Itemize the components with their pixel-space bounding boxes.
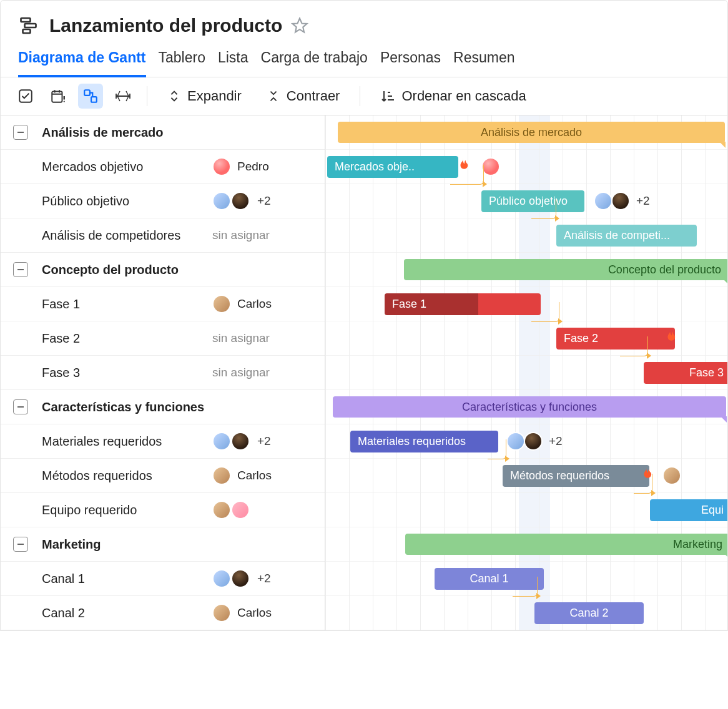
assignee-unassigned[interactable]: sin asignar [212,366,325,379]
assignee[interactable]: Carlos [212,604,325,622]
group-row[interactable]: Marketing [1,527,325,562]
task-name: Canal 1 [38,572,212,586]
avatar [212,432,231,451]
dependency-link [488,439,506,459]
task-row[interactable]: Fase 3 sin asignar [1,356,325,390]
collapse-toggle[interactable] [13,399,28,414]
tab-board[interactable]: Tablero [159,43,205,77]
task-bar[interactable]: Fase 2 [556,328,675,350]
avatar [231,432,250,451]
group-bar[interactable]: Concepto del producto [404,259,727,280]
expand-label: Expandir [187,88,242,104]
assignee[interactable] [212,501,325,519]
task-row[interactable]: Métodos requeridos Carlos [1,459,325,493]
task-name: Público objetivo [38,194,212,208]
collapse-button[interactable]: Contraer [258,84,349,108]
flame-icon [661,329,679,346]
expand-button[interactable]: Expandir [159,84,250,108]
task-name: Canal 2 [38,606,212,620]
task-row[interactable]: Fase 2 sin asignar [1,321,325,356]
tab-people[interactable]: Personas [380,43,441,77]
task-bar-label: Canal 2 [569,607,608,620]
collapse-toggle[interactable] [13,537,28,552]
task-name: Fase 3 [38,366,212,380]
avatar-overflow: +2 [636,194,650,208]
dependency-link [620,336,648,356]
task-bar[interactable]: Materiales requeridos [350,431,498,452]
dependency-link [450,165,484,185]
group-bar-label: Concepto del producto [608,263,721,276]
task-bar[interactable]: Fase 3 [644,362,727,384]
task-bar-label: Mercados obje.. [335,160,415,174]
avatar [212,501,231,519]
avatar [611,192,630,210]
checkbox-tool-icon[interactable] [13,84,38,109]
svg-rect-11 [17,406,24,408]
assignee-unassigned[interactable]: sin asignar [212,228,325,242]
group-bar-label: Características y funciones [462,401,597,414]
task-row[interactable]: Canal 1 +2 [1,562,325,596]
calendar-alert-icon[interactable] [46,84,71,109]
group-row[interactable]: Análisis de mercado [1,115,325,150]
svg-point-6 [64,101,65,102]
assignee[interactable]: +2 [212,192,325,210]
tab-list[interactable]: Lista [218,43,248,77]
task-row[interactable]: Público objetivo +2 [1,184,325,218]
task-bar-label: Fase 1 [392,298,426,311]
avatar [524,432,543,451]
task-name: Fase 2 [38,331,212,346]
avatar-overflow: +2 [549,434,563,448]
task-row[interactable]: Análisis de competidores sin asignar [1,218,325,253]
avatar [594,192,612,210]
cascade-label: Ordenar en cascada [401,88,526,104]
group-row[interactable]: Concepto del producto [1,253,325,287]
assignee-name: Carlos [237,297,272,311]
group-bar[interactable]: Marketing [405,534,727,555]
assignee[interactable]: Carlos [212,466,325,485]
star-icon[interactable] [291,17,308,34]
task-row[interactable]: Canal 2 Carlos [1,596,325,630]
group-bar[interactable]: Análisis de mercado [338,122,725,143]
assignee-unassigned[interactable]: sin asignar [212,331,325,345]
task-name: Mercados objetivo [38,160,212,174]
dependency-tool-icon[interactable] [78,84,103,109]
avatar [231,192,250,210]
task-bar[interactable]: Análisis de competi... [556,225,697,247]
task-name: Fase 1 [38,297,212,311]
assignee[interactable]: +2 [212,432,325,451]
task-bar-label: Público objetivo [489,195,568,208]
tab-summary[interactable]: Resumen [453,43,514,77]
collapse-toggle[interactable] [13,125,28,140]
task-row[interactable]: Equipo requerido [1,493,325,527]
collapse-toggle[interactable] [13,262,28,277]
bar-assignees [662,466,681,485]
task-bar[interactable]: Fase 1 [385,293,541,315]
group-bar[interactable]: Características y funciones [333,396,726,418]
avatar [212,604,231,622]
task-bar-label: Fase 2 [564,332,598,345]
assignee[interactable]: Carlos [212,295,325,313]
tab-gantt[interactable]: Diagrama de Gantt [18,43,146,77]
tab-workload[interactable]: Carga de trabajo [261,43,368,77]
group-row[interactable]: Características y funciones [1,390,325,424]
avatar [212,569,231,588]
task-row[interactable]: Fase 1 Carlos [1,287,325,321]
avatar [506,432,525,451]
assignee[interactable]: Pedro [212,157,325,176]
svg-rect-2 [23,29,31,33]
task-name: Análisis de competidores [38,228,212,243]
task-bar[interactable]: Métodos requeridos [503,465,649,487]
avatar [231,569,250,588]
svg-rect-1 [25,24,36,27]
timeline-zoom-icon[interactable] [111,84,135,109]
avatar-overflow: +2 [257,434,271,448]
task-bar[interactable]: Mercados obje.. [327,156,458,178]
assignee[interactable]: +2 [212,569,325,588]
task-row[interactable]: Mercados objetivo Pedro [1,150,325,184]
avatar [662,466,681,485]
gantt-app-icon [18,14,41,37]
task-bar[interactable]: Equi [650,499,727,521]
task-bar[interactable]: Canal 2 [534,602,644,624]
cascade-sort-button[interactable]: Ordenar en cascada [371,84,534,108]
task-row[interactable]: Materiales requeridos +2 [1,424,325,459]
